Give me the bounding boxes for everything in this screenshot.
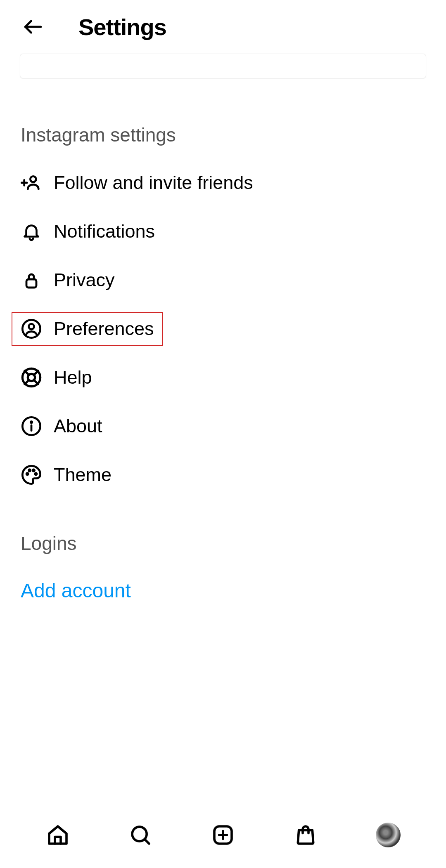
header-bar: Settings <box>0 0 446 54</box>
bottom-nav <box>0 814 446 868</box>
settings-item-label: Preferences <box>54 318 154 340</box>
settings-item-label: Help <box>54 367 92 388</box>
svg-point-16 <box>26 473 28 475</box>
svg-point-15 <box>31 422 32 423</box>
settings-item-help[interactable]: Help <box>21 353 425 402</box>
info-icon <box>21 415 42 437</box>
nav-profile[interactable] <box>376 823 401 847</box>
svg-line-21 <box>145 840 149 844</box>
svg-point-1 <box>30 176 36 182</box>
nav-home[interactable] <box>45 823 70 847</box>
svg-line-9 <box>25 371 29 375</box>
page-title: Settings <box>78 14 166 40</box>
settings-item-label: Privacy <box>54 269 115 291</box>
nav-shop[interactable] <box>293 823 318 847</box>
settings-item-label: Theme <box>54 464 112 486</box>
svg-rect-4 <box>26 279 36 288</box>
avatar-icon <box>376 823 401 847</box>
settings-item-theme[interactable]: Theme <box>21 451 425 499</box>
search-icon <box>129 823 152 847</box>
palette-icon <box>21 464 42 486</box>
add-account-label: Add account <box>21 580 131 601</box>
card-stub <box>20 54 426 78</box>
arrow-left-icon <box>21 15 45 38</box>
person-circle-icon <box>21 318 42 340</box>
settings-item-label: Notifications <box>54 221 155 242</box>
add-account-button[interactable]: Add account <box>0 559 446 606</box>
lock-icon <box>21 269 42 291</box>
settings-item-label: Follow and invite friends <box>54 172 253 193</box>
add-person-icon <box>21 172 42 193</box>
svg-point-18 <box>33 469 34 471</box>
settings-list: Follow and invite friends Notifications … <box>0 158 446 499</box>
nav-create[interactable] <box>211 823 235 847</box>
settings-item-notifications[interactable]: Notifications <box>21 207 425 256</box>
svg-line-12 <box>25 380 29 384</box>
home-icon <box>46 823 69 847</box>
settings-item-follow-invite[interactable]: Follow and invite friends <box>21 158 425 207</box>
back-button[interactable] <box>21 14 45 39</box>
svg-point-17 <box>29 469 31 471</box>
svg-point-6 <box>29 324 34 329</box>
shopping-bag-icon <box>294 823 317 847</box>
settings-item-label: About <box>54 415 102 437</box>
settings-item-privacy[interactable]: Privacy <box>21 256 425 304</box>
settings-item-preferences[interactable]: Preferences <box>21 304 425 353</box>
svg-line-11 <box>34 371 38 375</box>
section-header-instagram-settings: Instagram settings <box>0 83 446 158</box>
svg-point-19 <box>35 473 37 475</box>
nav-search[interactable] <box>128 823 153 847</box>
bell-icon <box>21 221 42 242</box>
plus-square-icon <box>211 823 235 847</box>
settings-item-about[interactable]: About <box>21 402 425 451</box>
svg-line-10 <box>34 380 38 384</box>
lifebuoy-icon <box>21 367 42 388</box>
section-header-logins: Logins <box>0 499 446 559</box>
